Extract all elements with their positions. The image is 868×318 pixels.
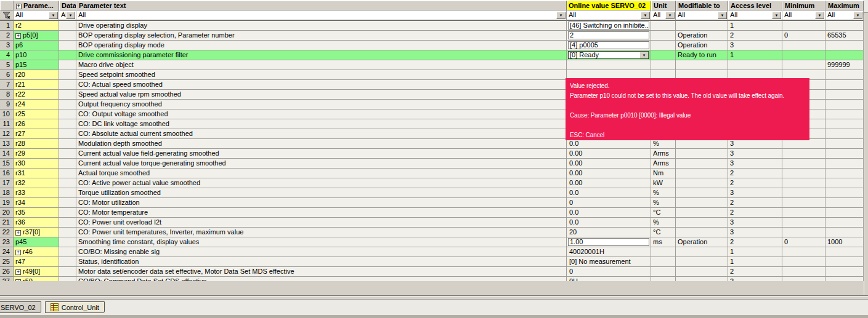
dropdown-arrow-icon[interactable] [641, 12, 650, 19]
row-number[interactable]: 21 [0, 218, 14, 228]
dropdown-arrow-icon[interactable] [853, 12, 862, 19]
row-number[interactable]: 8 [0, 90, 14, 100]
parameter-cell[interactable]: p5[0] [14, 31, 59, 41]
parameter-cell[interactable]: r21 [14, 80, 59, 90]
row-number[interactable]: 6 [0, 70, 14, 80]
filter-online-value[interactable]: All [567, 10, 651, 21]
online-value-cell[interactable]: 0.0 [567, 218, 651, 228]
online-value-cell[interactable]: 0.00 [567, 178, 651, 188]
parameter-cell[interactable]: r47 [14, 257, 59, 267]
parameter-cell[interactable]: r33 [14, 188, 59, 198]
dropdown-arrow-icon[interactable] [556, 12, 566, 19]
online-value-cell[interactable]: 0.0 [567, 188, 651, 198]
row-number[interactable]: 19 [0, 198, 14, 208]
row-number[interactable]: 27 [0, 277, 14, 281]
parameter-cell[interactable]: r29 [14, 149, 59, 159]
online-value-cell[interactable]: [0] Ready [567, 50, 651, 60]
parameter-cell[interactable]: p6 [14, 41, 59, 50]
online-value-cell[interactable]: [0] No measurement [567, 257, 651, 267]
filter-clear-cell[interactable] [0, 10, 14, 21]
row-number[interactable]: 10 [0, 109, 14, 119]
row-number[interactable]: 18 [0, 188, 14, 198]
parameter-cell[interactable]: r25 [14, 109, 59, 119]
parameter-cell[interactable]: r27 [14, 129, 59, 139]
expand-icon[interactable] [15, 230, 21, 236]
filter-unit[interactable]: All [651, 10, 676, 21]
online-value-field[interactable]: 0.0 [568, 209, 649, 217]
row-number[interactable]: 11 [0, 119, 14, 129]
parameter-cell[interactable]: r34 [14, 198, 59, 208]
online-value-field[interactable] [568, 61, 649, 69]
online-value-cell[interactable]: 0.00 [567, 149, 651, 159]
online-value-field[interactable]: 0 [568, 268, 649, 276]
header-parameter-text[interactable]: Parameter text [76, 1, 567, 10]
online-value-field[interactable]: 0 [568, 199, 649, 207]
online-value-field[interactable]: [4] p0005 [568, 41, 649, 49]
online-value-field[interactable]: 40020001H [568, 248, 649, 256]
parameter-cell[interactable]: r32 [14, 178, 59, 188]
online-value-field[interactable]: 0.0 [568, 218, 649, 226]
row-number[interactable]: 26 [0, 267, 14, 277]
tab-control-unit[interactable]: Control_Unit [45, 301, 105, 313]
dropdown-arrow-icon[interactable] [772, 12, 781, 19]
dropdown-arrow-icon[interactable] [718, 12, 727, 19]
row-number[interactable]: 16 [0, 169, 14, 178]
online-value-cell[interactable]: [4] p0005 [567, 41, 651, 50]
filter-modifiable-to[interactable]: All [676, 10, 728, 21]
parameter-cell[interactable]: r24 [14, 100, 59, 109]
header-unit[interactable]: Unit [651, 1, 676, 10]
online-value-cell[interactable]: [46] Switching on inhibite... [567, 21, 651, 31]
online-value-cell[interactable]: 0H [567, 277, 651, 281]
header-access-level[interactable]: Access level [728, 1, 782, 10]
online-value-field[interactable]: [0] No measurement [568, 258, 649, 266]
row-number[interactable]: 17 [0, 178, 14, 188]
online-value-cell[interactable]: 0 [567, 267, 651, 277]
filter-maximum[interactable]: All [825, 10, 864, 21]
row-number[interactable]: 9 [0, 100, 14, 109]
online-value-cell[interactable]: 1.00 [567, 237, 651, 247]
online-value-cell[interactable]: 0.00 [567, 169, 651, 178]
tab-servo-02[interactable]: SERVO_02 [0, 301, 41, 313]
header-maximum[interactable]: Maximum [825, 1, 864, 10]
filter-access-level[interactable]: All [728, 10, 782, 21]
header-minimum[interactable]: Minimum [782, 1, 825, 10]
parameter-cell[interactable]: r22 [14, 90, 59, 100]
row-number[interactable]: 24 [0, 247, 14, 257]
header-parameter[interactable]: Parame... [14, 1, 59, 10]
online-value-cell[interactable]: 0.00 [567, 159, 651, 169]
online-value-field[interactable]: 0.00 [568, 179, 649, 187]
online-value-field[interactable]: 0.0 [568, 140, 649, 148]
online-value-cell[interactable]: 0.0 [567, 139, 651, 149]
vertical-scrollbar[interactable] [864, 15, 868, 295]
row-number[interactable]: 2 [0, 31, 14, 41]
row-number[interactable]: 3 [0, 41, 14, 50]
parameter-cell[interactable]: r31 [14, 169, 59, 178]
expand-icon[interactable] [15, 279, 21, 281]
row-number[interactable]: 7 [0, 80, 14, 90]
parameter-cell[interactable]: r35 [14, 208, 59, 218]
parameter-cell[interactable]: r49[0] [14, 267, 59, 277]
online-value-field[interactable]: 20 [568, 228, 649, 236]
online-value-field[interactable]: [46] Switching on inhibite... [568, 22, 649, 30]
parameter-cell[interactable]: p10 [14, 50, 59, 60]
row-number[interactable]: 14 [0, 149, 14, 159]
row-number[interactable]: 22 [0, 228, 14, 237]
parameter-cell[interactable]: p45 [14, 237, 59, 247]
row-number[interactable]: 13 [0, 139, 14, 149]
online-value-field[interactable]: 0.00 [568, 159, 649, 167]
online-value-field[interactable]: 1.00 [568, 238, 649, 246]
parameter-cell[interactable]: r37[0] [14, 228, 59, 237]
parameter-cell[interactable]: r28 [14, 139, 59, 149]
online-value-cell[interactable]: 40020001H [567, 247, 651, 257]
online-value-field[interactable]: [0] Ready [568, 51, 649, 59]
online-value-cell[interactable]: 20 [567, 228, 651, 237]
online-value-field[interactable]: 0.0 [568, 189, 649, 197]
online-value-cell[interactable]: 0 [567, 198, 651, 208]
dropdown-arrow-icon[interactable] [66, 12, 75, 19]
online-value-cell[interactable]: 0.0 [567, 208, 651, 218]
header-online-value[interactable]: Online value SERVO_02 [567, 1, 651, 10]
row-number[interactable]: 20 [0, 208, 14, 218]
row-number[interactable]: 5 [0, 60, 14, 70]
expand-icon[interactable] [15, 269, 21, 275]
filter-minimum[interactable]: All [782, 10, 825, 21]
